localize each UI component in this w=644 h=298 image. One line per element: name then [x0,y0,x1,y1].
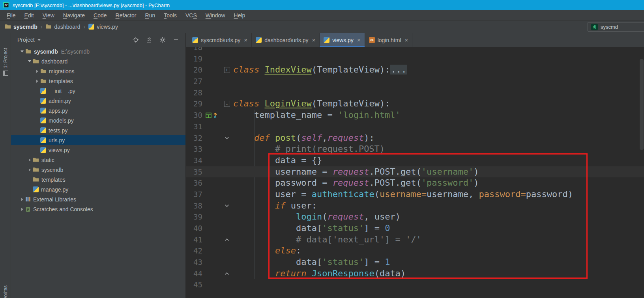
code-line-40[interactable]: 40 data['status'] = 0 [186,223,644,234]
menu-code[interactable]: Code [89,12,111,19]
line-number[interactable]: 39 [186,211,205,223]
line-number[interactable]: 43 [186,257,205,268]
chevron-down-icon[interactable] [21,50,24,52]
line-number[interactable]: 18 [186,47,205,53]
line-number[interactable]: 41 [186,234,205,246]
fold-marker-icon[interactable] [222,204,232,207]
close-icon[interactable]: × [244,37,247,43]
tree-item-migrations[interactable]: migrations [11,66,185,76]
code-line-20[interactable]: 20+class IndexView(TemplateView):... [186,64,644,76]
tab-syscmdb-urls-py[interactable]: syscmdb\urls.py× [188,33,252,47]
fold-marker-icon[interactable]: + [222,67,232,73]
line-number[interactable]: 19 [186,53,205,65]
code-line-36[interactable]: 36 password = request.POST.get('password… [186,177,644,189]
hide-icon[interactable] [171,35,181,44]
collapse-all-icon[interactable] [144,35,154,44]
settings-icon[interactable] [158,35,167,44]
breadcrumb-views-py[interactable]: views.py [88,24,118,30]
line-number[interactable]: 20 [186,64,205,76]
code-line-38[interactable]: 38 if user: [186,200,644,212]
code-line-29[interactable]: 29-class LoginView(TemplateView): [186,98,644,110]
code-line-18[interactable]: 18 [186,47,644,53]
code-line-45[interactable]: 45 [186,279,644,291]
chevron-right-icon[interactable] [29,158,31,162]
line-number[interactable]: 38 [186,200,205,212]
tree-item-external-libraries[interactable]: External Libraries [11,194,185,204]
line-number[interactable]: 40 [186,223,205,234]
code-line-31[interactable]: 31 [186,121,644,132]
menu-tools[interactable]: Tools [159,12,181,19]
fold-marker-icon[interactable] [222,136,232,140]
chevron-right-icon[interactable] [36,80,38,83]
run-configuration-button[interactable]: dj syscmd [588,22,644,32]
menu-navigate[interactable]: Navigate [59,12,89,19]
line-number[interactable]: 32 [186,132,205,144]
tree-item-models-py[interactable]: models.py [11,115,185,125]
menu-refactor[interactable]: Refactor [111,12,141,19]
menu-vcs[interactable]: VCS [181,12,201,19]
code-line-44[interactable]: 44 return JsonResponse(data) [186,268,644,279]
code-line-41[interactable]: 41 # data['next_url'] = '/' [186,234,644,246]
close-icon[interactable]: × [357,37,361,43]
tree-item-apps-py[interactable]: apps.py [11,106,185,115]
line-number[interactable]: 45 [186,279,205,291]
code-line-32[interactable]: 32 def post(self,request): [186,132,644,144]
line-number[interactable]: 37 [186,189,205,200]
chevron-down-icon[interactable] [37,39,41,41]
code-line-39[interactable]: 39 login(request, user) [186,211,644,223]
code-line-42[interactable]: 42 else: [186,245,644,257]
code-line-27[interactable]: 27 [186,76,644,87]
locate-icon[interactable] [131,35,140,44]
code-line-35[interactable]: 35 username = request.POST.get('username… [186,166,644,178]
menu-help[interactable]: Help [230,12,250,19]
line-number[interactable]: 31 [186,121,205,132]
tab-views-py[interactable]: views.py× [320,33,365,47]
code-line-28[interactable]: 28 [186,87,644,99]
tree-item-views-py[interactable]: views.py [11,145,185,155]
tree-item-scratches-and-consoles[interactable]: Scratches and Consoles [11,204,185,214]
line-number[interactable]: 33 [186,143,205,155]
tree-item-static[interactable]: static [11,155,185,165]
code-line-33[interactable]: 33 # print(request.POST) [186,143,644,155]
fold-marker-icon[interactable]: - [222,101,232,107]
tree-item-syscmdb[interactable]: syscmdbE:\syscmdb [11,47,185,56]
tool-stripe-project-button[interactable]: 1: Project [0,48,11,76]
tree-item-manage-py[interactable]: manage.py [11,184,185,194]
tree-item-tests-py[interactable]: tests.py [11,125,185,135]
tool-stripe-favorites-button[interactable]: Favorites [0,285,11,298]
menu-edit[interactable]: Edit [20,12,38,19]
line-number[interactable]: 35 [186,166,205,178]
tree-item-templates[interactable]: templates [11,76,185,86]
chevron-right-icon[interactable] [29,168,31,171]
chevron-right-icon[interactable] [21,208,23,211]
tab-login-html[interactable]: <>login.html× [365,33,413,47]
fold-marker-icon[interactable] [222,272,232,275]
code-line-34[interactable]: 34 data = {} [186,155,644,166]
menu-file[interactable]: File [2,12,20,19]
close-icon[interactable]: × [312,37,315,43]
menu-run[interactable]: Run [141,12,160,19]
tree-item-dashboard[interactable]: dashboard [11,56,185,66]
line-number[interactable]: 36 [186,177,205,189]
chevron-down-icon[interactable] [28,60,31,62]
line-number[interactable]: 34 [186,155,205,166]
tree-item-templates[interactable]: templates [11,175,185,184]
tab-dashboard-urls-py[interactable]: dashboard\urls.py× [252,33,320,47]
project-panel-title[interactable]: Project [17,37,35,43]
chevron-right-icon[interactable] [21,198,23,201]
line-number[interactable]: 29 [186,98,205,110]
line-number[interactable]: 30 [186,110,205,121]
scrollbar-thumb[interactable] [640,59,644,150]
line-number[interactable]: 44 [186,268,205,279]
menu-window[interactable]: Window [201,12,230,19]
code-line-30[interactable]: 30 template_name = 'login.html' [186,110,644,121]
tree-item-syscmdb[interactable]: syscmdb [11,165,185,175]
tree-item-init-py[interactable]: __init__.py [11,86,185,96]
line-number[interactable]: 27 [186,76,205,87]
breadcrumb-syscmdb[interactable]: syscmdb [5,24,37,30]
line-number[interactable]: 28 [186,87,205,99]
fold-marker-icon[interactable] [222,238,232,241]
code-line-19[interactable]: 19 [186,53,644,65]
breadcrumb-dashboard[interactable]: dashboard [45,24,80,30]
code-line-37[interactable]: 37 user = authenticate(username=username… [186,189,644,200]
